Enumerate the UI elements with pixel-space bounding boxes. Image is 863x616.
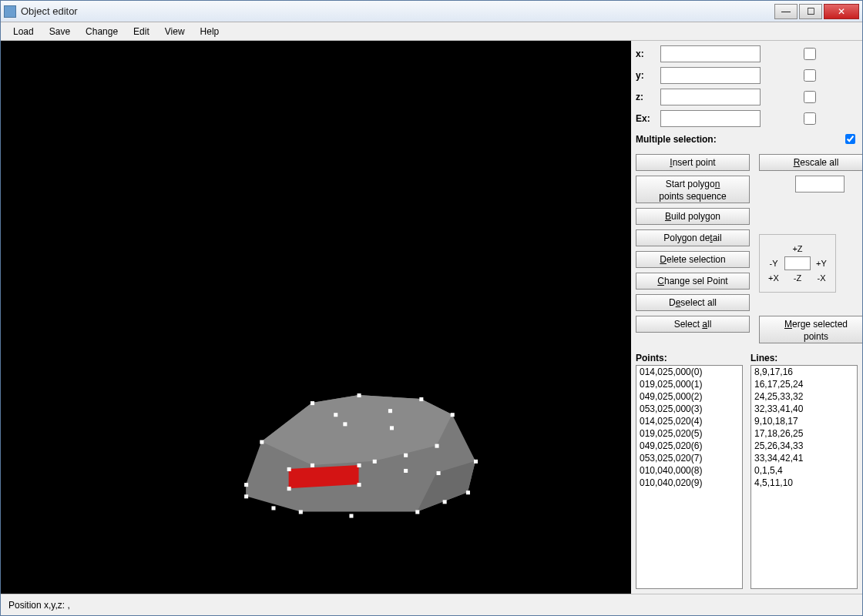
list-item[interactable]: 9,10,18,17 xyxy=(751,415,857,427)
svg-rect-27 xyxy=(404,454,408,457)
nav-minus-x[interactable]: -X xyxy=(814,273,829,283)
svg-rect-6 xyxy=(415,510,419,514)
merge-selected-points-button[interactable]: Merge selected points xyxy=(759,316,862,343)
maximize-button[interactable]: ☐ xyxy=(799,4,822,19)
svg-rect-26 xyxy=(443,500,447,504)
list-item[interactable]: 24,25,33,32 xyxy=(751,390,857,403)
svg-rect-24 xyxy=(271,506,275,510)
change-sel-point-button[interactable]: Change sel Point xyxy=(636,273,750,290)
svg-rect-31 xyxy=(437,471,441,475)
list-item[interactable]: 4,5,11,10 xyxy=(751,477,857,489)
maximize-icon: ☐ xyxy=(807,7,815,16)
menu-view[interactable]: View xyxy=(157,24,193,39)
list-item[interactable]: 014,025,020(4) xyxy=(636,415,742,427)
close-button[interactable]: ✕ xyxy=(824,4,859,19)
ex-checkbox[interactable] xyxy=(804,112,816,125)
list-item[interactable]: 053,025,000(3) xyxy=(636,403,742,415)
multiple-selection-label: Multiple selection: xyxy=(636,134,842,145)
select-all-button[interactable]: Select all xyxy=(636,316,750,333)
minimize-button[interactable]: — xyxy=(774,4,798,19)
list-item[interactable]: 010,040,020(9) xyxy=(636,477,742,489)
x-field[interactable] xyxy=(660,45,761,62)
lines-listbox[interactable]: 8,9,17,1616,17,25,2424,25,33,3232,33,41,… xyxy=(751,365,858,589)
list-item[interactable]: 0,1,5,4 xyxy=(751,464,857,477)
nav-plus-z[interactable]: +Z xyxy=(790,244,805,253)
multiple-selection-checkbox[interactable] xyxy=(845,134,855,144)
svg-rect-9 xyxy=(451,413,455,417)
menu-save[interactable]: Save xyxy=(42,24,78,39)
points-header: Points: xyxy=(636,353,743,363)
nav-minus-z[interactable]: -Z xyxy=(790,273,805,283)
z-field[interactable] xyxy=(660,89,761,105)
object-render xyxy=(1,41,631,594)
nav-plus-y[interactable]: +Y xyxy=(814,259,829,268)
x-label: x: xyxy=(636,49,656,59)
svg-rect-10 xyxy=(419,397,423,401)
svg-rect-15 xyxy=(287,467,291,471)
ex-field[interactable] xyxy=(660,110,761,127)
app-icon xyxy=(4,5,16,18)
lines-header: Lines: xyxy=(751,353,858,363)
y-label: y: xyxy=(636,70,656,81)
menu-edit[interactable]: Edit xyxy=(126,24,157,39)
start-polygon-sequence-button[interactable]: Start polygon points sequence xyxy=(636,176,750,203)
polygon-detail-button[interactable]: Polygon detail xyxy=(636,229,750,246)
delete-selection-button[interactable]: Delete selection xyxy=(636,251,750,268)
nav-step-field[interactable] xyxy=(784,256,811,270)
list-item[interactable]: 010,040,000(8) xyxy=(636,464,742,477)
rescale-value-field[interactable] xyxy=(795,176,845,192)
deselect-all-button[interactable]: Deselect all xyxy=(636,294,750,311)
window-title: Object editor xyxy=(21,5,774,17)
svg-rect-4 xyxy=(244,494,248,498)
list-item[interactable]: 019,025,020(5) xyxy=(636,427,742,440)
list-item[interactable]: 33,34,42,41 xyxy=(751,452,857,464)
points-listbox[interactable]: 014,025,000(0)019,025,000(1)049,025,000(… xyxy=(636,365,743,589)
svg-rect-29 xyxy=(343,422,347,426)
list-item[interactable]: 014,025,000(0) xyxy=(636,366,742,378)
close-icon: ✕ xyxy=(838,7,845,16)
list-item[interactable]: 17,18,26,25 xyxy=(751,427,857,440)
rescale-all-button[interactable]: Rescale all xyxy=(759,154,862,171)
nav-plus-x[interactable]: +X xyxy=(766,273,781,283)
svg-rect-19 xyxy=(373,460,377,464)
insert-point-button[interactable]: IInsert pointnsert point xyxy=(636,154,750,171)
svg-rect-22 xyxy=(334,413,337,417)
list-item[interactable]: 25,26,34,33 xyxy=(751,440,857,452)
menu-load[interactable]: Load xyxy=(5,24,42,39)
svg-rect-23 xyxy=(388,409,392,413)
build-polygon-button[interactable]: Build polygon xyxy=(636,208,750,225)
y-field[interactable] xyxy=(660,67,761,84)
list-item[interactable]: 32,33,41,40 xyxy=(751,403,857,415)
svg-rect-13 xyxy=(260,440,264,444)
x-checkbox[interactable] xyxy=(804,48,816,60)
viewport-3d[interactable] xyxy=(1,41,631,594)
menu-help[interactable]: Help xyxy=(193,24,227,39)
svg-rect-8 xyxy=(474,460,478,464)
titlebar: Object editor — ☐ ✕ xyxy=(1,1,862,22)
side-panel: x: y: z: Ex: Multiple selection: xyxy=(631,41,862,594)
list-item[interactable]: 16,17,25,24 xyxy=(751,378,857,390)
nav-minus-y[interactable]: -Y xyxy=(766,259,781,268)
svg-rect-7 xyxy=(466,490,470,494)
svg-rect-14 xyxy=(244,483,248,487)
svg-rect-11 xyxy=(358,393,361,397)
list-item[interactable]: 8,9,17,16 xyxy=(751,366,857,378)
list-item[interactable]: 049,025,020(6) xyxy=(636,440,742,452)
svg-rect-25 xyxy=(349,514,353,517)
y-checkbox[interactable] xyxy=(804,69,816,82)
list-item[interactable]: 053,025,020(7) xyxy=(636,452,742,464)
list-item[interactable]: 049,025,000(2) xyxy=(636,390,742,403)
svg-rect-21 xyxy=(311,464,314,467)
minimize-icon: — xyxy=(781,7,791,16)
svg-rect-18 xyxy=(287,487,291,490)
svg-rect-16 xyxy=(358,464,361,467)
menu-change[interactable]: Change xyxy=(78,24,126,39)
svg-rect-30 xyxy=(390,426,394,430)
z-checkbox[interactable] xyxy=(804,91,816,103)
svg-rect-17 xyxy=(358,483,361,487)
statusbar: Position x,y,z: , xyxy=(1,594,862,615)
list-item[interactable]: 019,025,000(1) xyxy=(636,378,742,390)
ex-label: Ex: xyxy=(636,113,656,124)
svg-rect-28 xyxy=(404,469,408,473)
nav-pad: +Z -Y +Y +X -Z -X xyxy=(759,234,836,293)
